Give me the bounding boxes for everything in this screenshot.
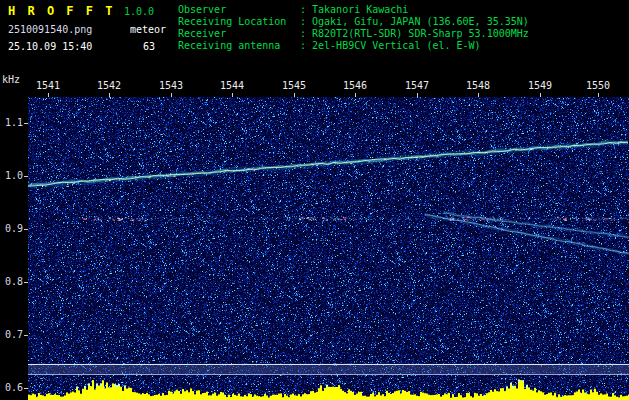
y-axis-unit-label: kHz — [2, 74, 20, 85]
meteor-count: 63 — [143, 41, 155, 52]
x-tick-label: 1541 — [31, 80, 65, 91]
mode-label: meteor — [130, 24, 166, 35]
info-label: Receiving Location — [178, 16, 300, 28]
y-tick-label: 0.7 — [5, 329, 25, 340]
info-separator: : — [300, 40, 306, 52]
x-tick-label: 1548 — [461, 80, 495, 91]
info-row-observer: Observer:Takanori Kawachi — [178, 4, 529, 16]
x-tick-label: 1545 — [277, 80, 311, 91]
info-separator: : — [300, 16, 306, 28]
datetime-label: 25.10.09 15:40 — [8, 41, 92, 52]
info-value: Ogaki, Gifu, JAPAN (136.60E, 35.35N) — [312, 16, 529, 28]
y-tick-label: 0.9 — [5, 223, 25, 234]
x-tick-label: 1550 — [581, 80, 615, 91]
info-separator: : — [300, 28, 306, 40]
info-row-receiver: Receiver:R820T2(RTL-SDR) SDR-Sharp 53.10… — [178, 28, 529, 40]
y-tick-label: 1.0 — [5, 170, 25, 181]
info-value: R820T2(RTL-SDR) SDR-Sharp 53.1000MHz — [312, 28, 529, 40]
x-tick-label: 1549 — [523, 80, 557, 91]
y-tick-label: 0.6 — [5, 382, 25, 393]
x-tick-label: 1543 — [154, 80, 188, 91]
info-value: Takanori Kawachi — [312, 4, 408, 16]
app-title: H R O F F T — [8, 4, 115, 18]
x-tick-label: 1547 — [400, 80, 434, 91]
info-row-antenna: Receiving antenna:2el-HB9CV Vertical (el… — [178, 40, 529, 52]
output-filename: 2510091540.png — [8, 24, 92, 35]
hrofft-window: H R O F F T 1.0.0 2510091540.png meteor … — [0, 0, 629, 400]
x-tick-label: 1542 — [92, 80, 126, 91]
y-tick-label: 1.1 — [5, 117, 25, 128]
info-row-location: Receiving Location:Ogaki, Gifu, JAPAN (1… — [178, 16, 529, 28]
info-label: Receiving antenna — [178, 40, 300, 52]
info-label: Receiver — [178, 28, 300, 40]
y-tick-label: 0.8 — [5, 276, 25, 287]
info-label: Observer — [178, 4, 300, 16]
info-separator: : — [300, 4, 306, 16]
station-info-block: Observer:Takanori Kawachi Receiving Loca… — [178, 4, 529, 52]
x-tick-label: 1546 — [338, 80, 372, 91]
app-version: 1.0.0 — [124, 6, 154, 17]
spectrogram-canvas — [28, 97, 629, 400]
info-value: 2el-HB9CV Vertical (el. E-W) — [312, 40, 481, 52]
x-tick-label: 1544 — [215, 80, 249, 91]
